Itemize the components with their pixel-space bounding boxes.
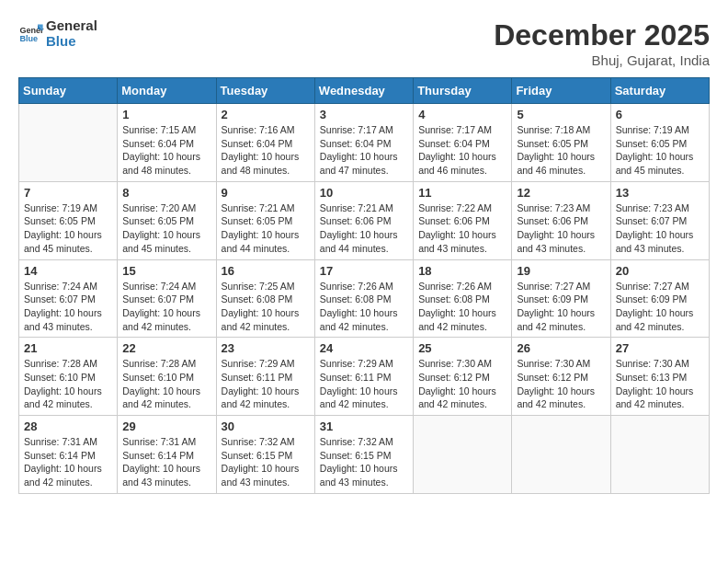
location: Bhuj, Gujarat, India xyxy=(494,52,710,68)
calendar-cell: 3Sunrise: 7:17 AM Sunset: 6:04 PM Daylig… xyxy=(314,104,413,182)
week-row-2: 7Sunrise: 7:19 AM Sunset: 6:05 PM Daylig… xyxy=(19,181,710,259)
day-number: 12 xyxy=(517,186,605,200)
title-area: December 2025 Bhuj, Gujarat, India xyxy=(494,18,710,68)
calendar-cell: 27Sunrise: 7:30 AM Sunset: 6:13 PM Dayli… xyxy=(610,338,709,416)
day-number: 24 xyxy=(320,341,408,355)
calendar-cell xyxy=(19,104,118,182)
day-info: Sunrise: 7:31 AM Sunset: 6:14 PM Dayligh… xyxy=(122,435,210,489)
day-number: 3 xyxy=(320,108,408,121)
day-header-wednesday: Wednesday xyxy=(314,78,413,104)
day-info: Sunrise: 7:23 AM Sunset: 6:06 PM Dayligh… xyxy=(517,201,605,256)
calendar-cell: 19Sunrise: 7:27 AM Sunset: 6:09 PM Dayli… xyxy=(512,259,610,338)
day-info: Sunrise: 7:29 AM Sunset: 6:11 PM Dayligh… xyxy=(320,357,408,411)
day-number: 14 xyxy=(24,264,112,278)
day-number: 16 xyxy=(222,264,310,278)
day-info: Sunrise: 7:16 AM Sunset: 6:04 PM Dayligh… xyxy=(222,123,310,178)
calendar-cell: 28Sunrise: 7:31 AM Sunset: 6:14 PM Dayli… xyxy=(19,416,118,494)
header: General Blue General Blue December 2025 … xyxy=(18,18,710,68)
day-number: 5 xyxy=(517,108,605,121)
day-info: Sunrise: 7:31 AM Sunset: 6:14 PM Dayligh… xyxy=(24,435,112,489)
day-info: Sunrise: 7:22 AM Sunset: 6:06 PM Dayligh… xyxy=(418,201,506,256)
day-header-tuesday: Tuesday xyxy=(216,78,314,104)
day-info: Sunrise: 7:24 AM Sunset: 6:07 PM Dayligh… xyxy=(122,280,210,334)
calendar-cell: 6Sunrise: 7:19 AM Sunset: 6:05 PM Daylig… xyxy=(610,104,709,182)
day-info: Sunrise: 7:17 AM Sunset: 6:04 PM Dayligh… xyxy=(418,123,506,178)
day-number: 10 xyxy=(320,186,408,200)
day-info: Sunrise: 7:29 AM Sunset: 6:11 PM Dayligh… xyxy=(222,357,310,411)
calendar-cell: 20Sunrise: 7:27 AM Sunset: 6:09 PM Dayli… xyxy=(610,259,709,338)
day-number: 30 xyxy=(222,419,310,433)
week-row-5: 28Sunrise: 7:31 AM Sunset: 6:14 PM Dayli… xyxy=(19,416,710,494)
logo-text-line2: Blue xyxy=(46,34,97,50)
calendar-cell: 9Sunrise: 7:21 AM Sunset: 6:05 PM Daylig… xyxy=(216,181,314,259)
days-header-row: SundayMondayTuesdayWednesdayThursdayFrid… xyxy=(19,78,710,104)
day-number: 15 xyxy=(122,264,210,278)
day-number: 1 xyxy=(122,108,210,121)
calendar-cell: 18Sunrise: 7:26 AM Sunset: 6:08 PM Dayli… xyxy=(414,259,512,338)
day-header-thursday: Thursday xyxy=(414,78,512,104)
day-number: 17 xyxy=(320,264,408,278)
day-info: Sunrise: 7:28 AM Sunset: 6:10 PM Dayligh… xyxy=(122,357,210,411)
calendar-cell: 8Sunrise: 7:20 AM Sunset: 6:05 PM Daylig… xyxy=(118,181,216,259)
calendar-cell: 25Sunrise: 7:30 AM Sunset: 6:12 PM Dayli… xyxy=(414,338,512,416)
calendar-cell: 14Sunrise: 7:24 AM Sunset: 6:07 PM Dayli… xyxy=(19,259,118,338)
day-info: Sunrise: 7:15 AM Sunset: 6:04 PM Dayligh… xyxy=(122,123,210,178)
day-number: 28 xyxy=(24,419,112,433)
day-number: 25 xyxy=(418,341,506,355)
calendar-cell xyxy=(512,416,610,494)
calendar-cell xyxy=(414,416,512,494)
calendar-cell: 4Sunrise: 7:17 AM Sunset: 6:04 PM Daylig… xyxy=(414,104,512,182)
calendar-cell: 7Sunrise: 7:19 AM Sunset: 6:05 PM Daylig… xyxy=(19,181,118,259)
calendar-cell: 22Sunrise: 7:28 AM Sunset: 6:10 PM Dayli… xyxy=(118,338,216,416)
day-info: Sunrise: 7:30 AM Sunset: 6:13 PM Dayligh… xyxy=(616,357,704,411)
day-info: Sunrise: 7:20 AM Sunset: 6:05 PM Dayligh… xyxy=(122,201,210,256)
week-row-3: 14Sunrise: 7:24 AM Sunset: 6:07 PM Dayli… xyxy=(19,259,710,338)
day-number: 11 xyxy=(418,186,506,200)
day-info: Sunrise: 7:24 AM Sunset: 6:07 PM Dayligh… xyxy=(24,280,112,334)
day-number: 26 xyxy=(517,341,605,355)
calendar-cell: 11Sunrise: 7:22 AM Sunset: 6:06 PM Dayli… xyxy=(414,181,512,259)
calendar-cell: 29Sunrise: 7:31 AM Sunset: 6:14 PM Dayli… xyxy=(118,416,216,494)
calendar-cell: 15Sunrise: 7:24 AM Sunset: 6:07 PM Dayli… xyxy=(118,259,216,338)
day-info: Sunrise: 7:32 AM Sunset: 6:15 PM Dayligh… xyxy=(222,435,310,489)
day-info: Sunrise: 7:19 AM Sunset: 6:05 PM Dayligh… xyxy=(616,123,704,178)
day-number: 22 xyxy=(122,341,210,355)
logo: General Blue General Blue xyxy=(18,18,97,49)
day-number: 29 xyxy=(122,419,210,433)
day-info: Sunrise: 7:21 AM Sunset: 6:06 PM Dayligh… xyxy=(320,201,408,256)
day-info: Sunrise: 7:21 AM Sunset: 6:05 PM Dayligh… xyxy=(222,201,310,256)
day-info: Sunrise: 7:27 AM Sunset: 6:09 PM Dayligh… xyxy=(517,280,605,334)
day-number: 23 xyxy=(222,341,310,355)
logo-text-line1: General xyxy=(46,18,97,34)
calendar-cell: 24Sunrise: 7:29 AM Sunset: 6:11 PM Dayli… xyxy=(314,338,413,416)
day-number: 31 xyxy=(320,419,408,433)
day-number: 9 xyxy=(222,186,310,200)
calendar-cell: 12Sunrise: 7:23 AM Sunset: 6:06 PM Dayli… xyxy=(512,181,610,259)
day-info: Sunrise: 7:30 AM Sunset: 6:12 PM Dayligh… xyxy=(418,357,506,411)
day-number: 13 xyxy=(616,186,704,200)
week-row-1: 1Sunrise: 7:15 AM Sunset: 6:04 PM Daylig… xyxy=(19,104,710,182)
day-info: Sunrise: 7:26 AM Sunset: 6:08 PM Dayligh… xyxy=(320,280,408,334)
calendar-cell: 31Sunrise: 7:32 AM Sunset: 6:15 PM Dayli… xyxy=(314,416,413,494)
day-header-saturday: Saturday xyxy=(610,78,709,104)
day-number: 8 xyxy=(122,186,210,200)
day-info: Sunrise: 7:19 AM Sunset: 6:05 PM Dayligh… xyxy=(24,201,112,256)
calendar-cell: 21Sunrise: 7:28 AM Sunset: 6:10 PM Dayli… xyxy=(19,338,118,416)
calendar-cell: 16Sunrise: 7:25 AM Sunset: 6:08 PM Dayli… xyxy=(216,259,314,338)
day-info: Sunrise: 7:23 AM Sunset: 6:07 PM Dayligh… xyxy=(616,201,704,256)
calendar-table: SundayMondayTuesdayWednesdayThursdayFrid… xyxy=(18,77,710,494)
day-number: 27 xyxy=(616,341,704,355)
day-info: Sunrise: 7:27 AM Sunset: 6:09 PM Dayligh… xyxy=(616,280,704,334)
calendar-cell: 17Sunrise: 7:26 AM Sunset: 6:08 PM Dayli… xyxy=(314,259,413,338)
calendar-cell: 13Sunrise: 7:23 AM Sunset: 6:07 PM Dayli… xyxy=(610,181,709,259)
week-row-4: 21Sunrise: 7:28 AM Sunset: 6:10 PM Dayli… xyxy=(19,338,710,416)
day-header-friday: Friday xyxy=(512,78,610,104)
day-info: Sunrise: 7:30 AM Sunset: 6:12 PM Dayligh… xyxy=(517,357,605,411)
month-title: December 2025 xyxy=(494,18,710,52)
day-number: 20 xyxy=(616,264,704,278)
svg-text:Blue: Blue xyxy=(19,34,38,43)
calendar-cell: 10Sunrise: 7:21 AM Sunset: 6:06 PM Dayli… xyxy=(314,181,413,259)
day-number: 18 xyxy=(418,264,506,278)
logo-icon: General Blue xyxy=(18,21,44,47)
day-number: 7 xyxy=(24,186,112,200)
